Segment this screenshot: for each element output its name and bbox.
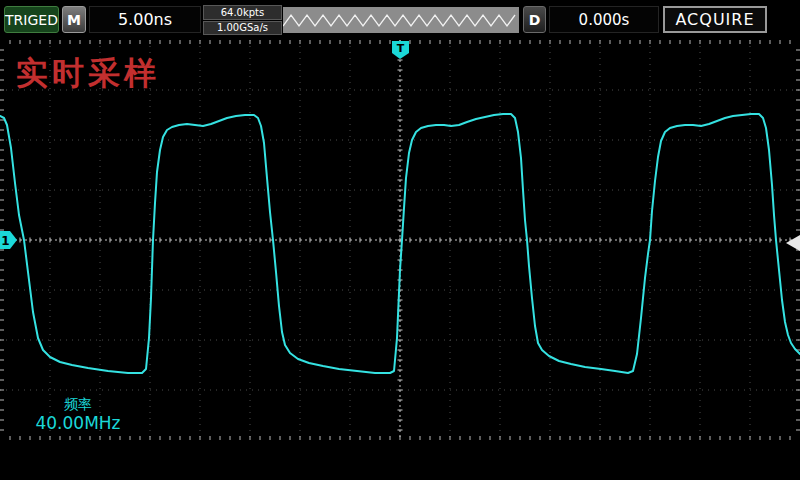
channel1-level-marker[interactable]: 1 [0, 231, 17, 249]
sample-rate-readout: 1.00GSa/s [203, 21, 282, 36]
ch1-trace [0, 114, 800, 373]
graticule [0, 40, 800, 440]
channel1-level-marker-label: 1 [1, 234, 9, 248]
trigger-position-marker-label: T [397, 42, 405, 55]
oscilloscope-screen: T 1 实时采样 频率 40.00MHz TRIGED M 5.00ns 64.… [0, 0, 800, 480]
measurement-value: 40.00MHz [28, 413, 128, 433]
trigger-status-badge: TRIGED [4, 6, 59, 33]
measurement-readout: 频率 40.00MHz [28, 395, 128, 433]
trigger-position-readout[interactable]: 0.000s [549, 6, 659, 33]
trigger-level-arrow[interactable] [786, 235, 800, 251]
sampling-mode-label: 实时采样 [16, 52, 160, 96]
measurement-label: 频率 [28, 395, 128, 413]
memory-depth-readout: 64.0kpts [203, 5, 282, 20]
trigger-position-marker[interactable]: T [392, 41, 409, 59]
acquire-menu-button[interactable]: ACQUIRE [663, 6, 767, 33]
preview-zigzag-icon [283, 7, 519, 33]
display-button[interactable]: D [523, 6, 546, 33]
timebase-readout[interactable]: 5.00ns [89, 6, 201, 33]
top-status-bar: TRIGED M 5.00ns 64.0kpts 1.00GSa/s D 0.0… [0, 0, 800, 40]
menu-button[interactable]: M [62, 6, 86, 33]
bottom-status-bar: 1 200.00mV 1X 2 OFF M OFF T CH1 -16.00mV [0, 444, 800, 480]
acquisition-info: 64.0kpts 1.00GSa/s [203, 5, 282, 35]
waveform-preview-strip[interactable] [283, 7, 519, 33]
